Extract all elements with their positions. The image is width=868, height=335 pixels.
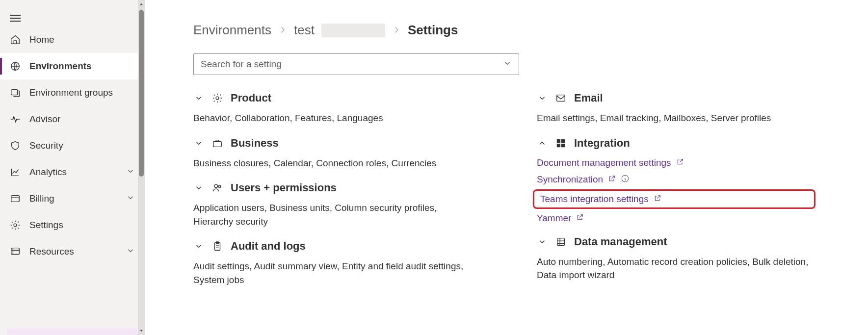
section-title: Integration: [574, 137, 630, 150]
chevron-down-icon: [193, 138, 204, 149]
chevron-down-icon: [537, 93, 548, 103]
breadcrumb-item[interactable]: test: [294, 23, 315, 38]
sidebar-item-label: Home: [29, 34, 54, 45]
section-header-data[interactable]: Data management: [537, 232, 812, 251]
sidebar-item-label: Resources: [29, 246, 74, 257]
section-header-product[interactable]: Product: [193, 89, 468, 107]
sidebar-item-label: Security: [29, 140, 63, 151]
people-icon: [212, 182, 223, 193]
link-label: Document management settings: [537, 157, 671, 168]
scroll-up-button[interactable]: [138, 0, 145, 9]
section-summary: Business closures, Calendar, Connection …: [193, 156, 468, 170]
chevron-down-icon: [193, 182, 204, 193]
chevron-down-icon: [537, 236, 548, 247]
settings-column-right: EmailEmail settings, Email tracking, Mai…: [537, 89, 812, 295]
external-link-icon: [676, 157, 684, 168]
scrollbar-thumb[interactable]: [139, 10, 144, 177]
external-link-icon: [608, 174, 616, 185]
gear-icon: [10, 220, 21, 231]
settings-link-yammer[interactable]: Yammer: [537, 213, 812, 224]
chevron-down-icon: [126, 246, 135, 258]
sidebar-item-label: Advisor: [29, 114, 60, 125]
settings-section-integration: IntegrationDocument management settingsS…: [537, 134, 812, 224]
database-icon: [555, 236, 566, 247]
section-summary: Email settings, Email tracking, Mailboxe…: [537, 111, 812, 125]
resources-icon: [10, 246, 21, 257]
section-title: Business: [231, 137, 279, 150]
settings-section-business: BusinessBusiness closures, Calendar, Con…: [193, 134, 468, 170]
chevron-down-icon: [193, 241, 204, 252]
sidebar-nav: HomeEnvironmentsEnvironment groupsAdviso…: [0, 26, 145, 265]
section-title: Audit and logs: [231, 240, 306, 253]
settings-column-left: ProductBehavior, Collaboration, Features…: [193, 89, 468, 295]
sidebar-item-environments[interactable]: Environments: [0, 53, 145, 79]
breadcrumb-item[interactable]: Environments: [193, 23, 271, 38]
main-content: EnvironmentstestSettings Search for a se…: [145, 0, 868, 335]
section-title: Users + permissions: [231, 181, 337, 194]
sidebar-item-resources[interactable]: Resources: [0, 238, 145, 265]
env-groups-icon: [10, 87, 21, 98]
sidebar-item-security[interactable]: Security: [0, 132, 145, 159]
link-label: Synchronization: [537, 174, 603, 185]
settings-section-users: Users + permissionsApplication users, Bu…: [193, 179, 468, 228]
gear-icon: [212, 93, 223, 103]
section-summary: Audit settings, Audit summary view, Enti…: [193, 259, 468, 286]
settings-section-product: ProductBehavior, Collaboration, Features…: [193, 89, 468, 125]
briefcase-icon: [212, 138, 223, 149]
sidebar-item-environment-groups[interactable]: Environment groups: [0, 79, 145, 106]
sidebar-item-advisor[interactable]: Advisor: [0, 106, 145, 132]
sidebar-item-home[interactable]: Home: [0, 26, 145, 53]
billing-icon: [10, 193, 21, 204]
chevron-down-icon: [503, 59, 512, 70]
section-summary: Application users, Business units, Colum…: [193, 201, 468, 228]
search-placeholder: Search for a setting: [201, 59, 503, 70]
section-header-business[interactable]: Business: [193, 134, 468, 153]
app-root: HomeEnvironmentsEnvironment groupsAdviso…: [0, 0, 868, 335]
external-link-icon: [654, 194, 661, 205]
pulse-icon: [10, 114, 21, 125]
shield-icon: [10, 140, 21, 151]
settings-link-teams-integration-settings[interactable]: Teams integration settings: [540, 194, 661, 205]
sidebar-item-billing[interactable]: Billing: [0, 185, 145, 212]
breadcrumb-separator: [278, 23, 287, 38]
hamburger-menu-button[interactable]: [10, 15, 21, 22]
chevron-down-icon: [193, 93, 204, 103]
sidebar-item-label: Billing: [29, 193, 54, 204]
windows-icon: [555, 138, 566, 149]
globe-icon: [10, 61, 21, 72]
settings-section-audit: Audit and logsAudit settings, Audit summ…: [193, 237, 468, 286]
section-title: Data management: [574, 235, 667, 248]
sidebar-item-settings[interactable]: Settings: [0, 212, 145, 238]
link-label: Yammer: [537, 213, 571, 224]
sidebar-scrollbar: [138, 0, 145, 335]
section-header-users[interactable]: Users + permissions: [193, 179, 468, 197]
chevron-down-icon: [126, 193, 135, 205]
section-summary: Behavior, Collaboration, Features, Langu…: [193, 111, 468, 125]
analytics-icon: [10, 167, 21, 178]
sidebar-item-label: Environments: [29, 61, 92, 72]
settings-section-email: EmailEmail settings, Email tracking, Mai…: [537, 89, 812, 125]
breadcrumb-item: Settings: [408, 23, 458, 38]
section-header-audit[interactable]: Audit and logs: [193, 237, 468, 256]
section-header-integration[interactable]: Integration: [537, 134, 812, 153]
sidebar-item-label: Environment groups: [29, 87, 113, 98]
settings-columns: ProductBehavior, Collaboration, Features…: [193, 89, 839, 295]
scroll-down-button[interactable]: [138, 326, 145, 335]
settings-link-document-management-settings[interactable]: Document management settings: [537, 157, 812, 168]
section-header-email[interactable]: Email: [537, 89, 812, 107]
chevron-down-icon: [126, 167, 135, 178]
redacted-text: [321, 24, 385, 37]
settings-link-synchronization[interactable]: Synchronization: [537, 174, 812, 185]
sidebar-item-analytics[interactable]: Analytics: [0, 159, 145, 185]
external-link-icon: [576, 213, 584, 224]
chevron-up-icon: [537, 138, 548, 149]
info-icon[interactable]: [621, 174, 630, 185]
section-summary: Auto numbering, Automatic record creatio…: [537, 255, 812, 282]
settings-search-combobox[interactable]: Search for a setting: [193, 53, 519, 75]
settings-section-data: Data managementAuto numbering, Automatic…: [537, 232, 812, 282]
section-link-list: Document management settingsSynchronizat…: [537, 157, 812, 224]
section-title: Email: [574, 92, 603, 104]
link-label: Teams integration settings: [540, 194, 649, 205]
highlighted-link: Teams integration settings: [533, 189, 815, 209]
breadcrumb-separator: [392, 23, 401, 38]
